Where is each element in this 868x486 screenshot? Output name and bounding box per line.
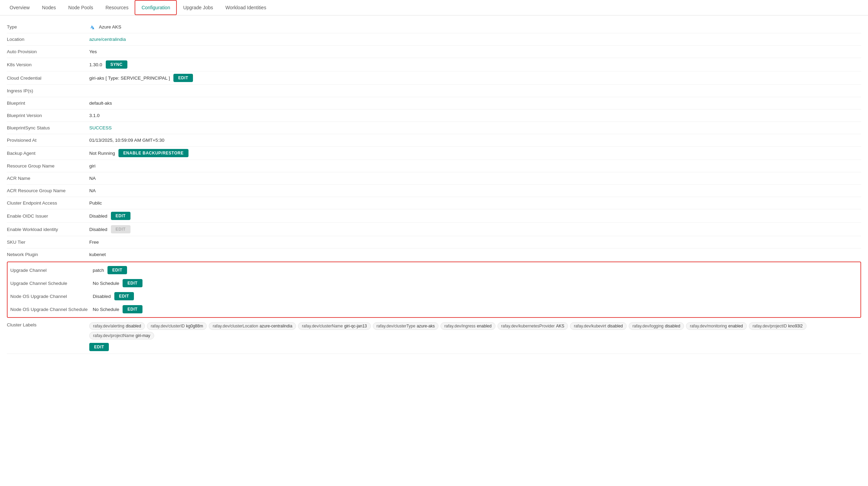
enable-oidc-text: Disabled [89, 213, 107, 219]
cloud-credential-edit-button[interactable]: EDIT [173, 74, 193, 82]
cloud-credential-text: giri-aks [ Type: SERVICE_PRINCIPAL ] [89, 76, 170, 81]
tab-nodes[interactable]: Nodes [36, 0, 62, 15]
location-link[interactable]: azure/centralindia [89, 37, 126, 42]
node-os-upgrade-schedule-row: Node OS Upgrade Channel Schedule No Sche… [8, 303, 860, 316]
blueprint-row: Blueprint default-aks [7, 97, 861, 109]
config-content: Type Azure AKS Location azure/centralind… [0, 15, 868, 359]
node-os-upgrade-label: Node OS Upgrade Channel [10, 294, 93, 299]
tag-key: rafay.dev/ingress [444, 324, 476, 328]
upgrade-channel-row: Upgrade Channel patch EDIT [8, 264, 860, 277]
tag-value: azure-centralindia [260, 324, 292, 328]
acr-resource-group-label: ACR Resource Group Name [7, 188, 89, 193]
list-item: rafay.dev/alertingdisabled [89, 322, 145, 330]
enable-backup-button[interactable]: ENABLE BACKUP/RESTORE [118, 149, 189, 157]
backup-agent-row: Backup Agent Not Running ENABLE BACKUP/R… [7, 147, 861, 160]
upgrade-channel-edit-button[interactable]: EDIT [107, 266, 127, 274]
node-os-upgrade-schedule-value: No Schedule EDIT [93, 305, 142, 313]
tab-overview[interactable]: Overview [3, 0, 36, 15]
upgrade-channel-schedule-edit-button[interactable]: EDIT [123, 279, 142, 287]
tab-node-pools[interactable]: Node Pools [62, 0, 99, 15]
blueprint-sync-label: BlueprintSync Status [7, 125, 89, 130]
blueprint-sync-value: SUCCESS [89, 125, 112, 130]
enable-oidc-edit-button[interactable]: EDIT [111, 212, 130, 220]
sku-tier-value: Free [89, 240, 99, 245]
list-item: rafay.dev/clusterNamegiri-qc-jan13 [298, 322, 370, 330]
resource-group-row: Resource Group Name giri [7, 160, 861, 172]
node-os-upgrade-edit-button[interactable]: EDIT [114, 292, 134, 300]
list-item: rafay.dev/ingressenabled [441, 322, 495, 330]
auto-provision-row: Auto Provision Yes [7, 46, 861, 58]
location-row: Location azure/centralindia [7, 33, 861, 46]
provisioned-at-label: Provisioned At [7, 138, 89, 143]
acr-name-row: ACR Name NA [7, 172, 861, 185]
node-os-upgrade-schedule-edit-button[interactable]: EDIT [123, 305, 142, 313]
tag-value: giri-qc-jan13 [344, 324, 367, 328]
auto-provision-value: Yes [89, 49, 97, 54]
blueprint-sync-text: SUCCESS [89, 125, 112, 130]
cloud-credential-value: giri-aks [ Type: SERVICE_PRINCIPAL ] EDI… [89, 74, 193, 82]
list-item: rafay.dev/kubevirtdisabled [570, 322, 627, 330]
list-item: rafay.dev/clusterIDkg0g88m [147, 322, 207, 330]
node-os-upgrade-text: Disabled [93, 294, 111, 299]
tag-key: rafay.dev/clusterName [302, 324, 343, 328]
resource-group-value: giri [89, 163, 95, 169]
tag-value: kno93l2 [788, 324, 803, 328]
tag-value: enabled [728, 324, 743, 328]
enable-workload-edit-button: EDIT [111, 225, 130, 233]
list-item: rafay.dev/projectIDkno93l2 [749, 322, 807, 330]
enable-workload-text: Disabled [89, 227, 107, 232]
tag-value: enabled [477, 324, 492, 328]
cluster-labels-row: Cluster Labels rafay.dev/alertingdisable… [7, 319, 861, 354]
location-value[interactable]: azure/centralindia [89, 37, 126, 42]
blueprint-version-label: Blueprint Version [7, 113, 89, 118]
tag-key: rafay.dev/projectName [93, 333, 134, 338]
ingress-ips-label: Ingress IP(s) [7, 88, 89, 93]
cluster-labels-edit-button[interactable]: EDIT [89, 343, 109, 351]
tag-key: rafay.dev/kubernetesProvider [501, 324, 555, 328]
tag-value: azure-aks [417, 324, 435, 328]
upgrade-channel-text: patch [93, 268, 104, 273]
azure-icon [89, 24, 95, 30]
enable-oidc-value: Disabled EDIT [89, 212, 130, 220]
tag-key: rafay.dev/alerting [93, 324, 124, 328]
tab-upgrade-jobs[interactable]: Upgrade Jobs [177, 0, 219, 15]
provisioned-at-value: 01/13/2025, 10:59:09 AM GMT+5:30 [89, 138, 164, 143]
list-item: rafay.dev/monitoringenabled [686, 322, 747, 330]
k8s-version-row: K8s Version 1.30.0 SYNC [7, 58, 861, 71]
upgrade-channel-value: patch EDIT [93, 266, 127, 274]
sku-tier-label: SKU Tier [7, 240, 89, 245]
node-os-upgrade-row: Node OS Upgrade Channel Disabled EDIT [8, 290, 860, 303]
acr-name-label: ACR Name [7, 176, 89, 181]
tag-key: rafay.dev/clusterType [377, 324, 415, 328]
tag-value: disabled [665, 324, 681, 328]
type-row: Type Azure AKS [7, 21, 861, 33]
tag-value: giri-may [136, 333, 150, 338]
sync-button[interactable]: SYNC [106, 60, 127, 69]
type-label: Type [7, 24, 89, 30]
cluster-endpoint-row: Cluster Endpoint Access Public [7, 197, 861, 209]
k8s-version-text: 1.30.0 [89, 62, 102, 67]
network-plugin-label: Network Plugin [7, 252, 89, 257]
tab-configuration[interactable]: Configuration [135, 0, 177, 15]
list-item: rafay.dev/projectNamegiri-may [89, 332, 154, 339]
cluster-endpoint-value: Public [89, 200, 102, 206]
tag-value: disabled [607, 324, 623, 328]
type-value: Azure AKS [89, 24, 121, 30]
blueprint-version-value: 3.1.0 [89, 113, 100, 118]
node-os-upgrade-schedule-label: Node OS Upgrade Channel Schedule [10, 307, 93, 312]
k8s-version-label: K8s Version [7, 62, 89, 67]
blueprint-value: default-aks [89, 101, 112, 106]
list-item: rafay.dev/clusterTypeazure-aks [373, 322, 439, 330]
tag-value: disabled [126, 324, 141, 328]
acr-resource-group-row: ACR Resource Group Name NA [7, 185, 861, 197]
network-plugin-row: Network Plugin kubenet [7, 248, 861, 261]
enable-workload-value: Disabled EDIT [89, 225, 130, 233]
upgrade-channel-schedule-text: No Schedule [93, 281, 119, 286]
tag-value: kg0g88m [186, 324, 203, 328]
cluster-labels-value: rafay.dev/alertingdisabledrafay.dev/clus… [89, 321, 861, 351]
tab-workload-identities[interactable]: Workload Identities [219, 0, 273, 15]
upgrade-channel-label: Upgrade Channel [10, 268, 93, 273]
provisioned-at-row: Provisioned At 01/13/2025, 10:59:09 AM G… [7, 134, 861, 147]
tab-resources[interactable]: Resources [99, 0, 135, 15]
node-os-upgrade-schedule-text: No Schedule [93, 307, 119, 312]
